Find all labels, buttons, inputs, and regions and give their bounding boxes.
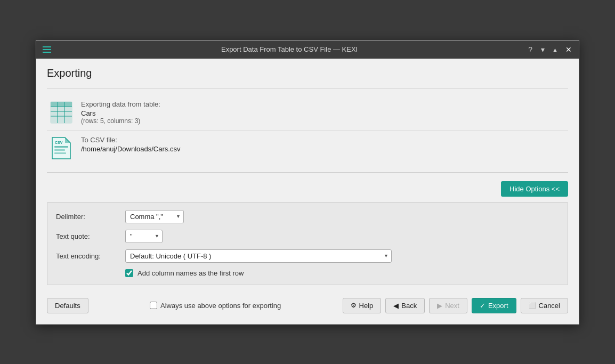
- encoding-select[interactable]: Default: Unicode ( UTF-8 ) Latin-1 UTF-1…: [125, 249, 392, 263]
- export-icon: ✓: [480, 302, 485, 310]
- always-use-checkbox[interactable]: [150, 302, 157, 309]
- cancel-button[interactable]: ⬜ Cancel: [521, 298, 568, 313]
- titlebar-left: [41, 44, 53, 55]
- csv-info-row: CSV To CSV file: /home/anuj/Downloads/Ca…: [47, 131, 568, 166]
- always-use-row: Always use above options for exporting: [150, 302, 281, 310]
- csv-icon: CSV: [49, 136, 74, 160]
- footer-left: Defaults: [47, 298, 88, 313]
- add-column-names-checkbox[interactable]: [125, 269, 133, 277]
- csv-info-text: To CSV file: /home/anuj/Downloads/Cars.c…: [81, 136, 180, 153]
- quote-select-wrapper: " ' None: [125, 230, 163, 243]
- table-info-row: Exporting data from table: Cars (rows: 5…: [47, 95, 568, 131]
- content-area: Exporting: [36, 59, 579, 324]
- delimiter-label: Delimiter:: [56, 213, 125, 221]
- back-button[interactable]: ◀ Back: [385, 298, 425, 313]
- main-window: Export Data From Table to CSV File — KEX…: [36, 40, 579, 325]
- help-button[interactable]: ?: [525, 44, 535, 55]
- encoding-row: Text encoding: Default: Unicode ( UTF-8 …: [56, 249, 559, 263]
- titlebar-title: Export Data From Table to CSV File — KEX…: [53, 45, 525, 53]
- table-icon: [49, 100, 74, 125]
- csv-label: To CSV file:: [81, 136, 180, 144]
- hide-options-button[interactable]: Hide Options <<: [501, 181, 568, 197]
- back-icon: ◀: [393, 302, 399, 310]
- options-header: Hide Options <<: [47, 181, 568, 197]
- next-icon: ▶: [437, 302, 442, 310]
- svg-rect-8: [64, 102, 72, 107]
- add-column-names-label[interactable]: Add column names as the first row: [137, 269, 244, 277]
- cancel-icon: ⬜: [529, 302, 536, 309]
- encoding-label: Text encoding:: [56, 252, 125, 260]
- delimiter-select[interactable]: Comma "," Semicolon ";" Tab Space Other: [125, 210, 184, 223]
- next-button[interactable]: ▶ Next: [429, 298, 467, 313]
- cancel-label: Cancel: [539, 302, 560, 310]
- delimiter-select-wrapper: Comma "," Semicolon ";" Tab Space Other: [125, 210, 184, 223]
- hamburger-icon[interactable]: [41, 44, 53, 55]
- table-name: Cars: [81, 109, 160, 117]
- delimiter-row: Delimiter: Comma "," Semicolon ";" Tab S…: [56, 210, 559, 223]
- table-meta: (rows: 5, columns: 3): [81, 117, 160, 125]
- text-quote-label: Text quote:: [56, 232, 125, 240]
- help-label: Help: [359, 302, 374, 310]
- defaults-button[interactable]: Defaults: [47, 298, 88, 313]
- export-button[interactable]: ✓ Export: [472, 298, 516, 313]
- quote-select[interactable]: " ' None: [125, 230, 163, 243]
- maximize-button[interactable]: ▴: [551, 44, 560, 55]
- minimize-button[interactable]: ▾: [538, 44, 547, 55]
- table-info-text: Exporting data from table: Cars (rows: 5…: [81, 100, 160, 125]
- footer: Defaults Always use above options for ex…: [47, 294, 568, 316]
- footer-right: ⚙ Help ◀ Back ▶ Next ✓ Export ⬜ Cancel: [343, 298, 568, 313]
- back-label: Back: [401, 302, 417, 310]
- svg-text:CSV: CSV: [55, 141, 63, 144]
- titlebar: Export Data From Table to CSV File — KEX…: [36, 41, 579, 59]
- table-label: Exporting data from table:: [81, 100, 160, 108]
- always-use-label[interactable]: Always use above options for exporting: [160, 302, 281, 310]
- close-button[interactable]: ✕: [563, 44, 574, 55]
- titlebar-controls: ? ▾ ▴ ✕: [525, 44, 574, 55]
- encoding-select-wrapper: Default: Unicode ( UTF-8 ) Latin-1 UTF-1…: [125, 249, 392, 263]
- page-title: Exporting: [47, 67, 568, 79]
- export-label: Export: [488, 302, 508, 310]
- info-section: Exporting data from table: Cars (rows: 5…: [47, 88, 568, 173]
- svg-rect-9: [54, 146, 68, 148]
- next-label: Next: [445, 302, 459, 310]
- add-column-names-row: Add column names as the first row: [125, 269, 559, 277]
- help-icon: ⚙: [351, 302, 357, 309]
- options-panel: Delimiter: Comma "," Semicolon ";" Tab S…: [47, 202, 568, 285]
- text-quote-row: Text quote: " ' None: [56, 230, 559, 243]
- csv-path: /home/anuj/Downloads/Cars.csv: [81, 145, 180, 153]
- help-button[interactable]: ⚙ Help: [343, 298, 382, 313]
- svg-rect-10: [54, 149, 65, 151]
- svg-rect-6: [51, 102, 58, 107]
- svg-rect-7: [58, 102, 64, 107]
- svg-rect-11: [54, 152, 66, 154]
